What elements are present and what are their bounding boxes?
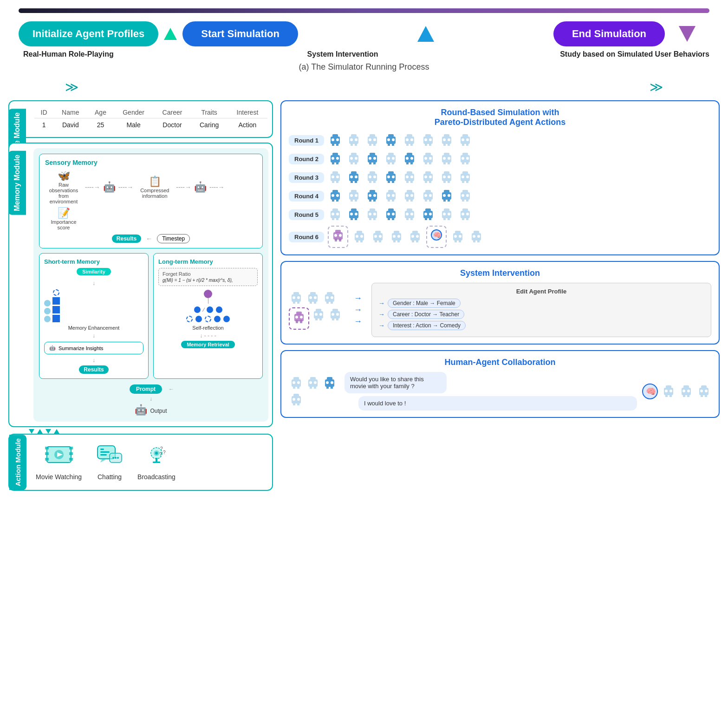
r4-robot-1 bbox=[328, 189, 343, 203]
svg-rect-395 bbox=[705, 394, 707, 397]
svg-point-254 bbox=[424, 213, 427, 215]
arrow-down-2: ↓ bbox=[44, 332, 143, 339]
svg-point-284 bbox=[374, 235, 377, 238]
svg-point-104 bbox=[406, 157, 409, 160]
svg-rect-172 bbox=[462, 180, 464, 183]
svg-rect-12 bbox=[100, 449, 104, 450]
tree-line-1 bbox=[202, 307, 205, 312]
svg-rect-208 bbox=[425, 199, 427, 202]
svg-point-230 bbox=[350, 213, 353, 215]
svg-rect-34 bbox=[332, 143, 334, 146]
edit-arrow-3: → bbox=[378, 322, 385, 329]
svg-rect-349 bbox=[332, 318, 334, 320]
int-arrow-1: → bbox=[354, 293, 362, 303]
svg-point-39 bbox=[355, 138, 358, 141]
round-6-row: Round 6 🧠 bbox=[289, 226, 711, 248]
svg-point-261 bbox=[448, 213, 450, 215]
svg-rect-139 bbox=[370, 171, 375, 174]
memory-module-label: Memory Module bbox=[8, 151, 26, 215]
svg-point-159 bbox=[429, 176, 432, 178]
svg-rect-40 bbox=[351, 143, 353, 146]
svg-rect-368 bbox=[331, 386, 333, 389]
timeline-bar bbox=[19, 8, 709, 13]
svg-rect-205 bbox=[425, 190, 431, 193]
long-term-title: Long-term Memory bbox=[158, 258, 258, 265]
svg-point-236 bbox=[369, 213, 371, 215]
short-term-memory: Short-term Memory Similarity ↓ bbox=[39, 253, 149, 379]
svg-point-206 bbox=[424, 194, 427, 197]
round-2-row: Round 2 bbox=[289, 151, 711, 166]
int-arrows: → → → bbox=[354, 293, 362, 326]
svg-rect-247 bbox=[407, 208, 412, 211]
svg-rect-233 bbox=[355, 217, 357, 220]
timeline-labels: Real-Human Role-Playing System Intervent… bbox=[19, 50, 709, 59]
initialize-agent-button[interactable]: Initialize Agent Profiles bbox=[19, 21, 158, 46]
r3-robot-2 bbox=[346, 170, 361, 185]
col-interest: Interest bbox=[228, 107, 267, 118]
svg-rect-8 bbox=[69, 452, 73, 455]
svg-rect-97 bbox=[388, 153, 394, 156]
svg-rect-136 bbox=[351, 180, 353, 183]
dot-dark-3 bbox=[52, 315, 60, 322]
svg-point-360 bbox=[314, 381, 317, 384]
svg-rect-199 bbox=[407, 190, 412, 193]
end-simulation-button[interactable]: End Simulation bbox=[553, 21, 665, 46]
round-5-row: Round 5 bbox=[289, 207, 711, 222]
svg-point-68 bbox=[443, 138, 446, 141]
dot-dark-2 bbox=[52, 306, 60, 313]
svg-rect-332 bbox=[331, 301, 333, 304]
svg-point-182 bbox=[350, 194, 353, 197]
r4-robot-8 bbox=[458, 189, 473, 203]
round-3-label: Round 3 bbox=[289, 172, 324, 183]
svg-rect-154 bbox=[406, 180, 409, 183]
chat-icon bbox=[96, 444, 124, 470]
svg-point-255 bbox=[429, 213, 432, 215]
tree-node-6 bbox=[223, 316, 230, 322]
collab-robot-3 bbox=[322, 376, 337, 391]
collab-robot-6 bbox=[679, 384, 694, 399]
svg-point-69 bbox=[448, 138, 450, 141]
r3-robot-3 bbox=[365, 170, 380, 185]
formula: g(Mi) = 1 − (si + ri)/2 * max(r°s, δ), bbox=[162, 278, 254, 283]
arrow-down-5: ↓ bbox=[39, 396, 263, 402]
round-4-row: Round 4 bbox=[289, 189, 711, 203]
start-simulation-button[interactable]: Start Simulation bbox=[182, 21, 298, 46]
svg-rect-184 bbox=[351, 199, 353, 202]
edit-arrow-1: → bbox=[378, 299, 385, 307]
svg-rect-299 bbox=[416, 240, 418, 242]
dot-col-1 bbox=[44, 300, 51, 322]
svg-point-387 bbox=[687, 390, 690, 392]
svg-point-87 bbox=[355, 157, 358, 160]
r4-robot-6 bbox=[421, 189, 436, 203]
arrow-down-1: ↓ bbox=[44, 280, 143, 286]
svg-point-249 bbox=[410, 213, 413, 215]
svg-point-63 bbox=[429, 138, 432, 141]
gpt-icon-2: 🤖 bbox=[135, 404, 147, 416]
dot-3 bbox=[44, 316, 51, 322]
svg-point-393 bbox=[705, 390, 708, 392]
round-1-row: Round 1 bbox=[289, 133, 711, 148]
svg-rect-355 bbox=[293, 386, 295, 389]
svg-rect-95 bbox=[373, 162, 376, 164]
r2-robot-3 bbox=[365, 151, 380, 166]
cell-gender: Male bbox=[114, 118, 154, 132]
svg-point-165 bbox=[448, 176, 450, 178]
svg-rect-394 bbox=[701, 394, 703, 397]
col-name: Name bbox=[53, 107, 87, 118]
svg-rect-67 bbox=[444, 134, 449, 137]
svg-rect-179 bbox=[336, 199, 338, 202]
r2-robot-5 bbox=[402, 151, 417, 166]
svg-rect-316 bbox=[293, 292, 299, 295]
svg-point-386 bbox=[682, 390, 685, 392]
round1-robot-1 bbox=[328, 133, 343, 148]
cell-age: 25 bbox=[87, 118, 113, 132]
svg-rect-241 bbox=[388, 208, 394, 211]
round-4-label: Round 4 bbox=[289, 191, 324, 202]
svg-point-134 bbox=[350, 176, 353, 178]
svg-rect-319 bbox=[293, 301, 295, 304]
svg-point-372 bbox=[297, 398, 300, 401]
chat-bubble-2: I would love to ! bbox=[358, 396, 637, 410]
svg-rect-35 bbox=[336, 143, 338, 146]
svg-rect-118 bbox=[443, 162, 446, 164]
r2-robot-4 bbox=[384, 151, 398, 166]
